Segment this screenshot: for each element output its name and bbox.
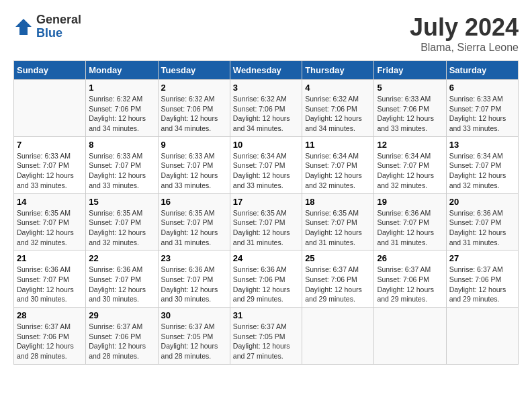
day-number: 30 bbox=[161, 310, 227, 320]
calendar-table: SundayMondayTuesdayWednesdayThursdayFrid… bbox=[13, 60, 519, 365]
day-number: 1 bbox=[89, 83, 154, 93]
day-number: 31 bbox=[233, 310, 299, 320]
month-year: July 2024 bbox=[410, 13, 519, 42]
calendar-cell bbox=[14, 80, 86, 137]
day-number: 17 bbox=[233, 197, 299, 207]
day-info: Sunrise: 6:37 AMSunset: 7:06 PMDaylight:… bbox=[89, 322, 154, 361]
calendar-cell: 10Sunrise: 6:34 AMSunset: 7:07 PMDayligh… bbox=[230, 136, 302, 193]
svg-marker-0 bbox=[15, 19, 32, 35]
day-info: Sunrise: 6:37 AMSunset: 7:06 PMDaylight:… bbox=[449, 265, 515, 304]
day-info: Sunrise: 6:33 AMSunset: 7:06 PMDaylight:… bbox=[377, 94, 443, 134]
calendar-week-row: 7Sunrise: 6:33 AMSunset: 7:07 PMDaylight… bbox=[14, 136, 519, 193]
day-info: Sunrise: 6:33 AMSunset: 7:07 PMDaylight:… bbox=[89, 151, 154, 191]
calendar-header-row: SundayMondayTuesdayWednesdayThursdayFrid… bbox=[14, 61, 519, 80]
day-header-saturday: Saturday bbox=[446, 61, 518, 80]
day-number: 10 bbox=[233, 140, 299, 150]
logo-general: General bbox=[36, 13, 81, 27]
logo-icon bbox=[13, 17, 34, 37]
day-info: Sunrise: 6:36 AMSunset: 7:07 PMDaylight:… bbox=[377, 208, 443, 248]
day-header-sunday: Sunday bbox=[14, 61, 86, 80]
day-number: 22 bbox=[89, 253, 154, 263]
day-info: Sunrise: 6:33 AMSunset: 7:07 PMDaylight:… bbox=[17, 151, 83, 191]
calendar-cell: 4Sunrise: 6:32 AMSunset: 7:06 PMDaylight… bbox=[302, 80, 374, 137]
calendar-cell: 11Sunrise: 6:34 AMSunset: 7:07 PMDayligh… bbox=[302, 136, 374, 193]
day-number: 29 bbox=[89, 310, 154, 320]
day-header-thursday: Thursday bbox=[302, 61, 374, 80]
day-number: 2 bbox=[161, 83, 227, 93]
day-number: 19 bbox=[377, 197, 443, 207]
calendar-cell: 12Sunrise: 6:34 AMSunset: 7:07 PMDayligh… bbox=[374, 136, 446, 193]
calendar-cell: 25Sunrise: 6:37 AMSunset: 7:06 PMDayligh… bbox=[302, 250, 374, 308]
day-info: Sunrise: 6:36 AMSunset: 7:07 PMDaylight:… bbox=[161, 265, 227, 304]
calendar-cell: 8Sunrise: 6:33 AMSunset: 7:07 PMDaylight… bbox=[86, 136, 158, 193]
calendar-cell: 15Sunrise: 6:35 AMSunset: 7:07 PMDayligh… bbox=[86, 193, 158, 250]
day-number: 5 bbox=[377, 83, 443, 93]
day-info: Sunrise: 6:37 AMSunset: 7:06 PMDaylight:… bbox=[17, 322, 83, 361]
day-info: Sunrise: 6:35 AMSunset: 7:07 PMDaylight:… bbox=[233, 208, 299, 248]
calendar-cell: 6Sunrise: 6:33 AMSunset: 7:07 PMDaylight… bbox=[446, 80, 518, 137]
location: Blama, Sierra Leone bbox=[410, 42, 519, 54]
day-info: Sunrise: 6:32 AMSunset: 7:06 PMDaylight:… bbox=[233, 94, 299, 134]
day-info: Sunrise: 6:33 AMSunset: 7:07 PMDaylight:… bbox=[161, 151, 227, 191]
calendar-cell: 27Sunrise: 6:37 AMSunset: 7:06 PMDayligh… bbox=[446, 250, 518, 308]
calendar-week-row: 14Sunrise: 6:35 AMSunset: 7:07 PMDayligh… bbox=[14, 193, 519, 250]
day-number: 21 bbox=[17, 253, 83, 263]
day-number: 11 bbox=[305, 140, 371, 150]
calendar-week-row: 28Sunrise: 6:37 AMSunset: 7:06 PMDayligh… bbox=[14, 308, 519, 365]
day-info: Sunrise: 6:32 AMSunset: 7:06 PMDaylight:… bbox=[305, 94, 371, 134]
calendar-cell bbox=[302, 308, 374, 365]
calendar-cell: 16Sunrise: 6:35 AMSunset: 7:07 PMDayligh… bbox=[158, 193, 230, 250]
day-info: Sunrise: 6:37 AMSunset: 7:05 PMDaylight:… bbox=[233, 322, 299, 361]
day-header-friday: Friday bbox=[374, 61, 446, 80]
day-number: 15 bbox=[89, 197, 154, 207]
day-info: Sunrise: 6:34 AMSunset: 7:07 PMDaylight:… bbox=[305, 151, 371, 191]
day-info: Sunrise: 6:32 AMSunset: 7:06 PMDaylight:… bbox=[89, 94, 154, 134]
day-number: 27 bbox=[449, 253, 515, 263]
title-block: July 2024 Blama, Sierra Leone bbox=[410, 13, 519, 54]
day-number: 12 bbox=[377, 140, 443, 150]
day-number: 28 bbox=[17, 310, 83, 320]
day-number: 25 bbox=[305, 253, 371, 263]
day-header-monday: Monday bbox=[86, 61, 158, 80]
day-number: 6 bbox=[449, 83, 515, 93]
day-number: 24 bbox=[233, 253, 299, 263]
calendar-cell: 2Sunrise: 6:32 AMSunset: 7:06 PMDaylight… bbox=[158, 80, 230, 137]
day-number: 26 bbox=[377, 253, 443, 263]
day-number: 13 bbox=[449, 140, 515, 150]
day-info: Sunrise: 6:35 AMSunset: 7:07 PMDaylight:… bbox=[89, 208, 154, 248]
calendar-week-row: 1Sunrise: 6:32 AMSunset: 7:06 PMDaylight… bbox=[14, 80, 519, 137]
day-info: Sunrise: 6:35 AMSunset: 7:07 PMDaylight:… bbox=[17, 208, 83, 248]
day-number: 3 bbox=[233, 83, 299, 93]
day-info: Sunrise: 6:34 AMSunset: 7:07 PMDaylight:… bbox=[449, 151, 515, 191]
day-number: 18 bbox=[305, 197, 371, 207]
day-number: 14 bbox=[17, 197, 83, 207]
calendar-cell: 20Sunrise: 6:36 AMSunset: 7:07 PMDayligh… bbox=[446, 193, 518, 250]
day-number: 4 bbox=[305, 83, 371, 93]
day-number: 16 bbox=[161, 197, 227, 207]
day-info: Sunrise: 6:36 AMSunset: 7:06 PMDaylight:… bbox=[233, 265, 299, 304]
day-info: Sunrise: 6:37 AMSunset: 7:06 PMDaylight:… bbox=[377, 265, 443, 304]
logo-blue: Blue bbox=[36, 27, 81, 40]
day-header-wednesday: Wednesday bbox=[230, 61, 302, 80]
calendar-cell: 21Sunrise: 6:36 AMSunset: 7:07 PMDayligh… bbox=[14, 250, 86, 308]
day-info: Sunrise: 6:34 AMSunset: 7:07 PMDaylight:… bbox=[377, 151, 443, 191]
day-info: Sunrise: 6:36 AMSunset: 7:07 PMDaylight:… bbox=[449, 208, 515, 248]
calendar-cell: 7Sunrise: 6:33 AMSunset: 7:07 PMDaylight… bbox=[14, 136, 86, 193]
day-header-tuesday: Tuesday bbox=[158, 61, 230, 80]
calendar-cell: 3Sunrise: 6:32 AMSunset: 7:06 PMDaylight… bbox=[230, 80, 302, 137]
calendar-cell: 23Sunrise: 6:36 AMSunset: 7:07 PMDayligh… bbox=[158, 250, 230, 308]
calendar-cell: 14Sunrise: 6:35 AMSunset: 7:07 PMDayligh… bbox=[14, 193, 86, 250]
page-header: General Blue July 2024 Blama, Sierra Leo… bbox=[13, 13, 519, 54]
day-info: Sunrise: 6:37 AMSunset: 7:05 PMDaylight:… bbox=[161, 322, 227, 361]
day-info: Sunrise: 6:33 AMSunset: 7:07 PMDaylight:… bbox=[449, 94, 515, 134]
day-number: 23 bbox=[161, 253, 227, 263]
calendar-cell: 19Sunrise: 6:36 AMSunset: 7:07 PMDayligh… bbox=[374, 193, 446, 250]
calendar-cell: 26Sunrise: 6:37 AMSunset: 7:06 PMDayligh… bbox=[374, 250, 446, 308]
day-number: 9 bbox=[161, 140, 227, 150]
day-info: Sunrise: 6:32 AMSunset: 7:06 PMDaylight:… bbox=[161, 94, 227, 134]
day-number: 20 bbox=[449, 197, 515, 207]
day-info: Sunrise: 6:36 AMSunset: 7:07 PMDaylight:… bbox=[89, 265, 154, 304]
calendar-cell: 28Sunrise: 6:37 AMSunset: 7:06 PMDayligh… bbox=[14, 308, 86, 365]
day-info: Sunrise: 6:35 AMSunset: 7:07 PMDaylight:… bbox=[161, 208, 227, 248]
calendar-cell bbox=[446, 308, 518, 365]
